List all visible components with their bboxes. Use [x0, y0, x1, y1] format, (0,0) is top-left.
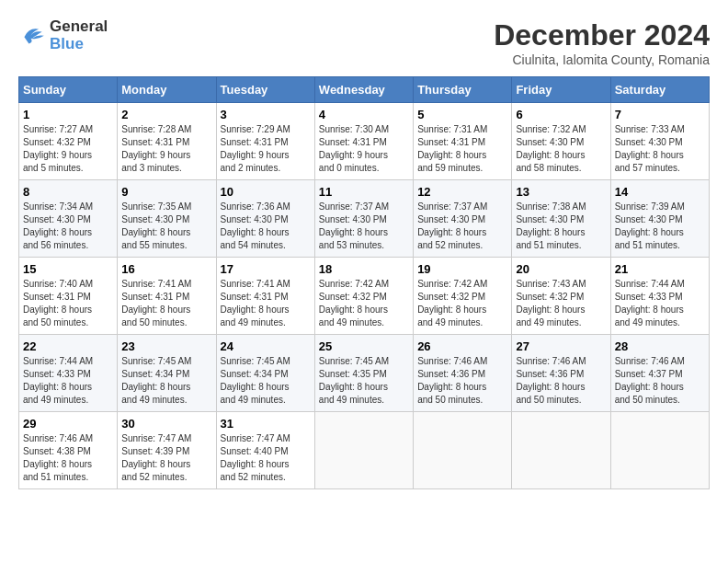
day-number: 25: [319, 339, 409, 353]
day-number: 26: [417, 339, 507, 353]
calendar-cell: 12Sunrise: 7:37 AMSunset: 4:30 PMDayligh…: [414, 180, 512, 258]
calendar-cell: 29Sunrise: 7:46 AMSunset: 4:38 PMDayligh…: [19, 412, 118, 489]
day-info: Sunrise: 7:45 AMSunset: 4:34 PMDaylight:…: [121, 355, 211, 407]
calendar-cell: [314, 412, 413, 489]
calendar-cell: [610, 412, 709, 489]
day-number: 1: [23, 108, 113, 121]
page-subtitle: Ciulnita, Ialomita County, Romania: [494, 52, 710, 67]
day-info: Sunrise: 7:44 AMSunset: 4:33 PMDaylight:…: [615, 278, 705, 329]
day-info: Sunrise: 7:39 AMSunset: 4:30 PMDaylight:…: [615, 201, 705, 252]
column-header-saturday: Saturday: [610, 77, 709, 103]
calendar-cell: 23Sunrise: 7:45 AMSunset: 4:34 PMDayligh…: [118, 335, 216, 412]
day-number: 24: [221, 339, 311, 353]
day-number: 20: [516, 262, 606, 276]
day-number: 29: [23, 417, 113, 431]
logo-icon: [18, 24, 46, 47]
page-title: December 2024: [494, 18, 710, 52]
day-number: 22: [23, 339, 113, 353]
day-number: 27: [516, 339, 606, 353]
day-number: 15: [23, 262, 113, 276]
day-info: Sunrise: 7:46 AMSunset: 4:38 PMDaylight:…: [23, 432, 113, 484]
calendar-cell: 7Sunrise: 7:33 AMSunset: 4:30 PMDaylight…: [610, 103, 709, 180]
day-info: Sunrise: 7:47 AMSunset: 4:40 PMDaylight:…: [221, 432, 311, 484]
calendar-week-row: 22Sunrise: 7:44 AMSunset: 4:33 PMDayligh…: [19, 335, 710, 412]
day-info: Sunrise: 7:28 AMSunset: 4:31 PMDaylight:…: [121, 123, 211, 175]
day-number: 17: [221, 262, 311, 276]
column-header-sunday: Sunday: [19, 77, 118, 103]
day-info: Sunrise: 7:44 AMSunset: 4:33 PMDaylight:…: [23, 355, 113, 407]
day-number: 30: [121, 417, 211, 431]
day-info: Sunrise: 7:46 AMSunset: 4:36 PMDaylight:…: [516, 355, 606, 407]
day-info: Sunrise: 7:42 AMSunset: 4:32 PMDaylight:…: [417, 278, 507, 329]
day-number: 9: [121, 185, 211, 199]
day-number: 7: [615, 108, 705, 121]
calendar-cell: 27Sunrise: 7:46 AMSunset: 4:36 PMDayligh…: [512, 335, 610, 412]
logo-text: General Blue: [50, 18, 108, 52]
calendar-cell: [512, 412, 610, 489]
day-info: Sunrise: 7:46 AMSunset: 4:36 PMDaylight:…: [417, 355, 507, 407]
calendar-cell: 3Sunrise: 7:29 AMSunset: 4:31 PMDaylight…: [216, 103, 314, 180]
calendar-week-row: 29Sunrise: 7:46 AMSunset: 4:38 PMDayligh…: [19, 412, 710, 489]
title-block: December 2024 Ciulnita, Ialomita County,…: [494, 18, 710, 67]
day-info: Sunrise: 7:27 AMSunset: 4:32 PMDaylight:…: [23, 123, 113, 175]
calendar-cell: 21Sunrise: 7:44 AMSunset: 4:33 PMDayligh…: [610, 258, 709, 335]
calendar-header-row: SundayMondayTuesdayWednesdayThursdayFrid…: [19, 77, 710, 103]
calendar-cell: 8Sunrise: 7:34 AMSunset: 4:30 PMDaylight…: [19, 180, 118, 258]
page-header: General Blue December 2024 Ciulnita, Ial…: [18, 18, 710, 67]
day-info: Sunrise: 7:35 AMSunset: 4:30 PMDaylight:…: [121, 201, 211, 252]
day-number: 23: [121, 339, 211, 353]
day-info: Sunrise: 7:36 AMSunset: 4:30 PMDaylight:…: [221, 201, 311, 252]
calendar-cell: 31Sunrise: 7:47 AMSunset: 4:40 PMDayligh…: [216, 412, 314, 489]
day-info: Sunrise: 7:29 AMSunset: 4:31 PMDaylight:…: [221, 123, 311, 175]
calendar-cell: 30Sunrise: 7:47 AMSunset: 4:39 PMDayligh…: [118, 412, 216, 489]
day-number: 31: [221, 417, 311, 431]
day-number: 13: [516, 185, 606, 199]
calendar-cell: 13Sunrise: 7:38 AMSunset: 4:30 PMDayligh…: [512, 180, 610, 258]
column-header-friday: Friday: [512, 77, 610, 103]
calendar-cell: 18Sunrise: 7:42 AMSunset: 4:32 PMDayligh…: [314, 258, 413, 335]
day-info: Sunrise: 7:43 AMSunset: 4:32 PMDaylight:…: [516, 278, 606, 329]
day-number: 12: [417, 185, 507, 199]
day-info: Sunrise: 7:40 AMSunset: 4:31 PMDaylight:…: [23, 278, 113, 329]
day-info: Sunrise: 7:34 AMSunset: 4:30 PMDaylight:…: [23, 201, 113, 252]
calendar-week-row: 1Sunrise: 7:27 AMSunset: 4:32 PMDaylight…: [19, 103, 710, 180]
day-number: 4: [319, 108, 409, 121]
day-info: Sunrise: 7:30 AMSunset: 4:31 PMDaylight:…: [319, 123, 409, 175]
day-number: 5: [417, 108, 507, 121]
calendar-cell: 20Sunrise: 7:43 AMSunset: 4:32 PMDayligh…: [512, 258, 610, 335]
day-number: 28: [615, 339, 705, 353]
calendar-cell: 10Sunrise: 7:36 AMSunset: 4:30 PMDayligh…: [216, 180, 314, 258]
day-number: 16: [121, 262, 211, 276]
calendar-cell: 26Sunrise: 7:46 AMSunset: 4:36 PMDayligh…: [414, 335, 512, 412]
calendar-cell: 25Sunrise: 7:45 AMSunset: 4:35 PMDayligh…: [314, 335, 413, 412]
day-number: 21: [615, 262, 705, 276]
calendar-cell: 15Sunrise: 7:40 AMSunset: 4:31 PMDayligh…: [19, 258, 118, 335]
column-header-tuesday: Tuesday: [216, 77, 314, 103]
calendar-cell: 22Sunrise: 7:44 AMSunset: 4:33 PMDayligh…: [19, 335, 118, 412]
calendar-cell: 5Sunrise: 7:31 AMSunset: 4:31 PMDaylight…: [414, 103, 512, 180]
calendar-cell: 11Sunrise: 7:37 AMSunset: 4:30 PMDayligh…: [314, 180, 413, 258]
calendar-cell: 24Sunrise: 7:45 AMSunset: 4:34 PMDayligh…: [216, 335, 314, 412]
logo: General Blue: [18, 18, 108, 52]
day-number: 6: [516, 108, 606, 121]
calendar-cell: 2Sunrise: 7:28 AMSunset: 4:31 PMDaylight…: [118, 103, 216, 180]
day-info: Sunrise: 7:38 AMSunset: 4:30 PMDaylight:…: [516, 201, 606, 252]
day-info: Sunrise: 7:33 AMSunset: 4:30 PMDaylight:…: [615, 123, 705, 175]
calendar-cell: 6Sunrise: 7:32 AMSunset: 4:30 PMDaylight…: [512, 103, 610, 180]
calendar-cell: 1Sunrise: 7:27 AMSunset: 4:32 PMDaylight…: [19, 103, 118, 180]
day-number: 3: [221, 108, 311, 121]
calendar-cell: 14Sunrise: 7:39 AMSunset: 4:30 PMDayligh…: [610, 180, 709, 258]
day-number: 8: [23, 185, 113, 199]
calendar-cell: 17Sunrise: 7:41 AMSunset: 4:31 PMDayligh…: [216, 258, 314, 335]
calendar-week-row: 8Sunrise: 7:34 AMSunset: 4:30 PMDaylight…: [19, 180, 710, 258]
calendar-body: 1Sunrise: 7:27 AMSunset: 4:32 PMDaylight…: [19, 103, 710, 489]
day-info: Sunrise: 7:32 AMSunset: 4:30 PMDaylight:…: [516, 123, 606, 175]
day-number: 11: [319, 185, 409, 199]
day-info: Sunrise: 7:37 AMSunset: 4:30 PMDaylight:…: [319, 201, 409, 252]
day-info: Sunrise: 7:41 AMSunset: 4:31 PMDaylight:…: [221, 278, 311, 329]
day-info: Sunrise: 7:41 AMSunset: 4:31 PMDaylight:…: [121, 278, 211, 329]
calendar-cell: 28Sunrise: 7:46 AMSunset: 4:37 PMDayligh…: [610, 335, 709, 412]
column-header-thursday: Thursday: [414, 77, 512, 103]
calendar-cell: 4Sunrise: 7:30 AMSunset: 4:31 PMDaylight…: [314, 103, 413, 180]
day-number: 14: [615, 185, 705, 199]
